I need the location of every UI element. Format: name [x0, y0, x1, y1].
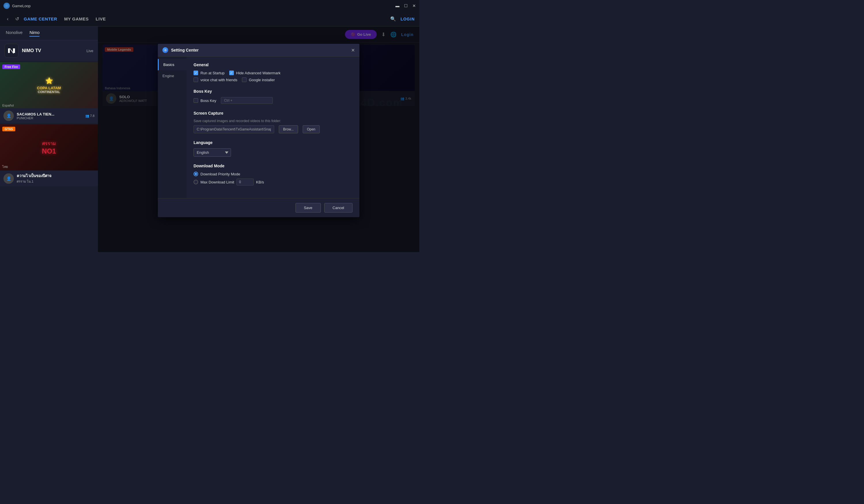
- dialog-content: General Run at Startup Hide Advanced Wat…: [187, 57, 359, 198]
- radio-priority-mode-btn[interactable]: [193, 172, 198, 176]
- checkbox-google-installer-box[interactable]: [242, 77, 247, 82]
- stream-meta-0: SACAMOS LA TIEN... PUNICHER: [17, 112, 82, 120]
- checkbox-voice-chat-label: voice chat with friends: [201, 78, 237, 82]
- nav-live[interactable]: LIVE: [96, 16, 106, 21]
- open-button[interactable]: Open: [303, 125, 320, 133]
- language-row: English 中文 Español Bahasa Indonesia ภาษา…: [193, 148, 352, 157]
- search-icon[interactable]: 🔍: [390, 16, 396, 22]
- radio-max-limit-btn[interactable]: [193, 180, 198, 184]
- nav-game-center[interactable]: GAME CENTER: [24, 16, 57, 21]
- radio-priority-mode[interactable]: Download Priority Mode: [193, 172, 352, 176]
- boss-key-section: Boss Key Boss Key: [193, 89, 352, 104]
- screen-capture-row: Brow... Open: [193, 125, 352, 133]
- general-title: General: [193, 62, 352, 67]
- refresh-button[interactable]: ↺: [13, 15, 21, 23]
- stream-viewers-0: 👥 7.8: [85, 114, 95, 118]
- checkbox-google-installer[interactable]: Google installer: [242, 77, 275, 82]
- stream-card-0[interactable]: Free Fire ⭐ COPA LATAM CONTINENTAL Españ…: [0, 62, 98, 123]
- nimo-logo: [4, 44, 19, 58]
- general-section: General Run at Startup Hide Advanced Wat…: [193, 62, 352, 82]
- dialog-close-button[interactable]: ✕: [351, 48, 355, 53]
- sidebar: Nonolive Nimo NIMO TV Live Free Fire: [0, 26, 98, 252]
- checkbox-voice-chat-box[interactable]: [193, 77, 198, 82]
- game-tag-0: Free Fire: [2, 64, 20, 69]
- dialog-title: Setting Center: [171, 48, 199, 52]
- login-button[interactable]: LOGIN: [400, 17, 415, 21]
- nimo-header: NIMO TV Live: [0, 40, 98, 61]
- stream-language-0: Español: [2, 104, 14, 107]
- language-select[interactable]: English 中文 Español Bahasa Indonesia ภาษา…: [193, 148, 231, 157]
- screen-capture-section: Screen Capture Save captured images and …: [193, 111, 352, 133]
- nav-links: GAME CENTER MY GAMES LIVE: [24, 16, 388, 21]
- dialog-icon: ⚙: [163, 47, 168, 53]
- back-button[interactable]: ‹: [4, 15, 11, 23]
- download-mode-section: Download Mode Download Priority Mode Max…: [193, 164, 352, 185]
- screen-capture-title: Screen Capture: [193, 111, 352, 116]
- checkbox-hide-watermark[interactable]: Hide Advanced Watermark: [229, 71, 280, 75]
- checkbox-boss-key-label: Boss Key: [201, 98, 216, 103]
- settings-dialog: ⚙ Setting Center ✕ Basics Engine: [158, 44, 359, 217]
- boss-key-input[interactable]: [221, 97, 273, 104]
- close-button[interactable]: ✕: [412, 3, 416, 8]
- checkbox-boss-key[interactable]: Boss Key: [193, 98, 216, 103]
- general-row-2: voice chat with friends Google installer: [193, 77, 352, 82]
- download-limit-unit: KB/s: [256, 180, 264, 184]
- svg-rect-2: [13, 48, 15, 53]
- checkbox-hide-watermark-label: Hide Advanced Watermark: [236, 71, 280, 75]
- dialog-header: ⚙ Setting Center ✕: [158, 44, 359, 57]
- radio-max-limit-label: Max Download Limit: [201, 180, 234, 184]
- dialog-nav: Basics Engine: [158, 57, 187, 198]
- tab-nonolive[interactable]: Nonolive: [6, 30, 23, 37]
- nav-item-basics[interactable]: Basics: [158, 59, 187, 70]
- browse-button[interactable]: Brow...: [279, 125, 298, 133]
- stream-channel-0: PUNICHER: [17, 116, 82, 120]
- stream-card-info-1: 👤 ความไวเป็นของปีศาจ ศรราม โน.1: [0, 170, 98, 186]
- maximize-button[interactable]: ☐: [404, 3, 408, 8]
- dialog-footer: Save Cancel: [158, 198, 359, 217]
- nimo-live-button[interactable]: Live: [86, 49, 93, 53]
- language-section: Language English 中文 Español Bahasa Indon…: [193, 140, 352, 157]
- titlebar-left: GameLoop: [3, 3, 31, 9]
- nav-item-engine[interactable]: Engine: [158, 70, 187, 82]
- tab-nimo[interactable]: Nimo: [29, 30, 39, 37]
- svg-rect-1: [8, 48, 10, 53]
- stream-avatar-1: 👤: [3, 173, 14, 184]
- radio-max-limit[interactable]: Max Download Limit KB/s: [193, 179, 352, 185]
- gameloop-logo: [3, 3, 10, 9]
- checkbox-run-startup-box[interactable]: [193, 71, 198, 75]
- dialog-body: Basics Engine General Run at Startup: [158, 57, 359, 198]
- nav-right: 🔍 LOGIN: [390, 16, 415, 22]
- save-button[interactable]: Save: [296, 203, 321, 213]
- cancel-button[interactable]: Cancel: [324, 203, 352, 213]
- checkbox-boss-key-box[interactable]: [193, 98, 198, 103]
- checkbox-voice-chat[interactable]: voice chat with friends: [193, 77, 237, 82]
- main-content: Nonolive Nimo NIMO TV Live Free Fire: [0, 26, 419, 252]
- stream-language-1: ไทย: [2, 164, 8, 169]
- navbar: ‹ ↺ GAME CENTER MY GAMES LIVE 🔍 LOGIN: [0, 12, 419, 26]
- checkbox-run-startup[interactable]: Run at Startup: [193, 71, 225, 75]
- titlebar-controls: ▬ ☐ ✕: [395, 3, 416, 8]
- screen-capture-path-input[interactable]: [193, 125, 274, 133]
- boss-key-title: Boss Key: [193, 89, 352, 94]
- stream-card-image-0: Free Fire ⭐ COPA LATAM CONTINENTAL Españ…: [0, 62, 98, 108]
- right-content: ◉ LO4D.com 🟣 Go Live ⬇ 🌐 Login Mobile Le…: [98, 26, 419, 252]
- screen-capture-desc: Save captured images and recorded videos…: [193, 119, 352, 123]
- sidebar-tabs: Nonolive Nimo: [0, 26, 98, 40]
- minimize-button[interactable]: ▬: [395, 3, 399, 8]
- language-title: Language: [193, 140, 352, 145]
- dialog-overlay: ⚙ Setting Center ✕ Basics Engine: [98, 26, 419, 252]
- game-tag-1: GTA5: [2, 127, 15, 131]
- download-limit-input[interactable]: [237, 179, 254, 185]
- stream-card-1[interactable]: GTA5 ศรราม NO1 ไทย 👤 ความไวเป็นของปีศาจ …: [0, 124, 98, 186]
- radio-priority-mode-label: Download Priority Mode: [201, 172, 240, 176]
- stream-title-1: ความไวเป็นของปีศาจ: [17, 173, 95, 179]
- nav-my-games[interactable]: MY GAMES: [64, 16, 89, 21]
- stream-meta-1: ความไวเป็นของปีศาจ ศรราม โน.1: [17, 173, 95, 184]
- download-mode-title: Download Mode: [193, 164, 352, 168]
- boss-key-row: Boss Key: [193, 97, 352, 104]
- checkbox-hide-watermark-box[interactable]: [229, 71, 234, 75]
- stream-avatar-0: 👤: [3, 111, 14, 121]
- stream-card-info-0: 👤 SACAMOS LA TIEN... PUNICHER 👥 7.8: [0, 108, 98, 123]
- nimo-title: NIMO TV: [22, 48, 41, 53]
- titlebar: GameLoop ▬ ☐ ✕: [0, 0, 419, 12]
